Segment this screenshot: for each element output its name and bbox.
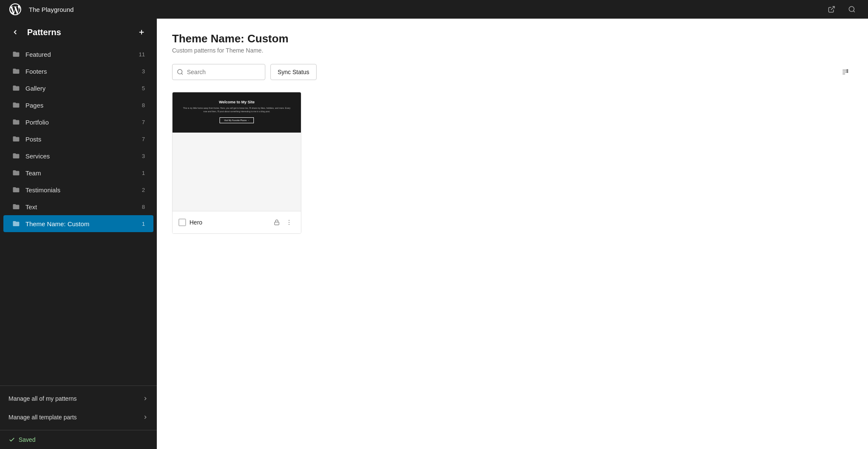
manage-patterns-arrow: [142, 396, 148, 402]
site-name: The Playground: [29, 6, 74, 13]
sidebar-saved-status: Saved: [0, 430, 157, 449]
layout: Patterns Featured 11: [0, 0, 868, 449]
sidebar-item-text[interactable]: Text 8: [3, 198, 153, 215]
sidebar-item-label: Theme Name: Custom: [25, 220, 131, 227]
svg-line-2: [853, 11, 854, 12]
sidebar: Patterns Featured 11: [0, 19, 157, 449]
manage-template-parts-arrow: [142, 414, 148, 420]
add-pattern-button[interactable]: [135, 25, 148, 39]
pattern-card-footer: Hero: [172, 211, 301, 233]
sidebar-item-featured[interactable]: Featured 11: [3, 46, 153, 63]
sidebar-item-testimonials[interactable]: Testimonials 2: [3, 181, 153, 198]
sync-status-label: Sync Status: [278, 69, 309, 75]
sidebar-item-services[interactable]: Services 3: [3, 147, 153, 164]
svg-line-0: [831, 6, 835, 10]
saved-label: Saved: [19, 436, 36, 443]
sidebar-item-count: 7: [136, 136, 145, 142]
lock-icon: [274, 219, 280, 225]
sidebar-item-label: Pages: [25, 102, 131, 109]
manage-patterns-link[interactable]: Manage all of my patterns: [0, 389, 157, 408]
main-header: Theme Name: Custom Custom patterns for T…: [172, 32, 853, 54]
sidebar-item-count: 8: [136, 102, 145, 108]
sidebar-item-count: 2: [136, 187, 145, 193]
folder-icon: [12, 186, 20, 194]
sidebar-item-label: Footers: [25, 68, 131, 75]
folder-icon: [12, 50, 20, 58]
sidebar-item-theme-name-custom[interactable]: Theme Name: Custom 1: [3, 215, 153, 232]
mini-preview: Welcome to My Site This is my little hom…: [172, 92, 301, 133]
patterns-grid: Welcome to My Site This is my little hom…: [172, 92, 853, 234]
folder-icon: [12, 135, 20, 143]
search-button[interactable]: [844, 2, 860, 17]
pattern-preview: Welcome to My Site This is my little hom…: [172, 92, 301, 211]
svg-point-10: [847, 69, 848, 71]
svg-point-15: [289, 224, 289, 225]
folder-icon: [12, 202, 20, 211]
search-box[interactable]: [172, 64, 265, 80]
sidebar-item-label: Services: [25, 152, 131, 160]
mini-preview-text: This is my little home away from home. H…: [181, 107, 292, 113]
main-content: Theme Name: Custom Custom patterns for T…: [157, 19, 868, 449]
topbar: The Playground: [0, 0, 868, 19]
sidebar-footer: Manage all of my patterns Manage all tem…: [0, 385, 157, 430]
check-icon: [8, 436, 15, 443]
folder-icon: [12, 152, 20, 160]
folder-icon: [12, 84, 20, 92]
search-input[interactable]: [187, 69, 261, 75]
sidebar-item-count: 1: [136, 170, 145, 176]
sidebar-item-footers[interactable]: Footers 3: [3, 63, 153, 80]
sidebar-item-count: 3: [136, 68, 145, 75]
filter-button[interactable]: [837, 64, 853, 80]
sidebar-item-label: Posts: [25, 136, 131, 143]
sidebar-item-count: 1: [136, 221, 145, 227]
external-link-button[interactable]: [824, 2, 839, 17]
sidebar-item-count: 3: [136, 153, 145, 159]
mini-preview-title: Welcome to My Site: [181, 100, 292, 104]
sidebar-item-count: 7: [136, 119, 145, 125]
sidebar-nav: Featured 11 Footers 3 Gallery 5: [0, 42, 157, 385]
svg-rect-12: [275, 222, 279, 224]
svg-point-13: [289, 220, 289, 221]
sidebar-item-gallery[interactable]: Gallery 5: [3, 80, 153, 97]
svg-line-6: [181, 73, 183, 75]
sidebar-item-count: 11: [136, 51, 145, 58]
sidebar-item-label: Text: [25, 203, 131, 211]
manage-template-parts-label: Manage all template parts: [8, 414, 77, 421]
svg-point-14: [289, 222, 289, 223]
mini-preview-btn: Visit My Favorite Places →: [220, 117, 254, 123]
topbar-actions: [824, 2, 860, 17]
svg-point-11: [847, 72, 848, 73]
sidebar-header: Patterns: [0, 19, 157, 42]
folder-icon: [12, 169, 20, 177]
sidebar-item-label: Featured: [25, 51, 131, 58]
svg-point-1: [849, 6, 854, 11]
sync-status-button[interactable]: Sync Status: [270, 64, 317, 80]
sidebar-item-label: Testimonials: [25, 186, 131, 194]
sidebar-item-count: 5: [136, 85, 145, 91]
search-icon: [177, 69, 184, 75]
sidebar-item-team[interactable]: Team 1: [3, 164, 153, 181]
sidebar-item-count: 8: [136, 204, 145, 210]
pattern-checkbox[interactable]: [178, 219, 186, 226]
manage-template-parts-link[interactable]: Manage all template parts: [0, 408, 157, 427]
svg-point-5: [178, 69, 182, 74]
sidebar-item-pages[interactable]: Pages 8: [3, 97, 153, 114]
folder-icon: [12, 118, 20, 126]
manage-patterns-label: Manage all of my patterns: [8, 395, 77, 402]
sidebar-item-portfolio[interactable]: Portfolio 7: [3, 114, 153, 130]
folder-icon: [12, 67, 20, 75]
main-subtitle: Custom patterns for Theme Name.: [172, 47, 853, 54]
sidebar-item-label: Gallery: [25, 85, 131, 92]
pattern-card[interactable]: Welcome to My Site This is my little hom…: [172, 92, 301, 234]
folder-icon: [12, 219, 20, 228]
folder-icon: [12, 101, 20, 109]
back-button[interactable]: [8, 25, 22, 39]
main-toolbar: Sync Status: [172, 64, 853, 80]
pattern-more-button[interactable]: [283, 216, 295, 228]
sidebar-item-posts[interactable]: Posts 7: [3, 130, 153, 147]
sidebar-item-label: Portfolio: [25, 119, 131, 126]
sidebar-title: Patterns: [27, 28, 130, 37]
main-title: Theme Name: Custom: [172, 32, 853, 45]
wordpress-icon: [8, 3, 22, 16]
sidebar-item-label: Team: [25, 169, 131, 177]
